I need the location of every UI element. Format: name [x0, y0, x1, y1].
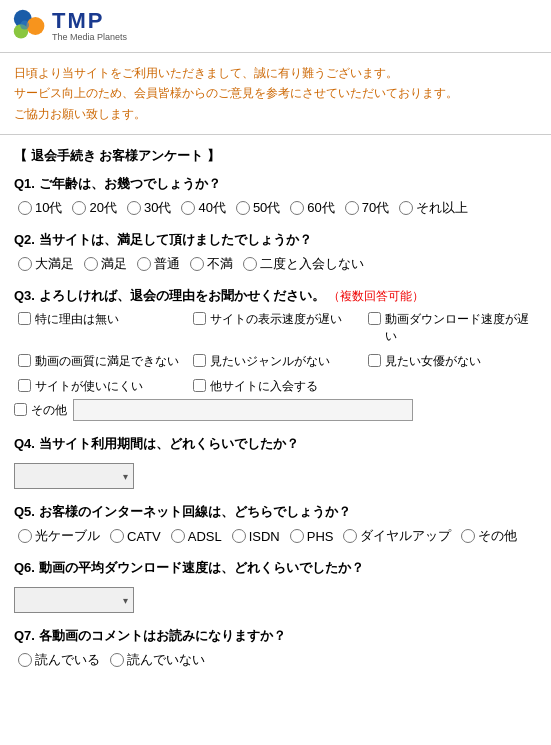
q3-option-7[interactable]: 他サイトに入会する — [193, 378, 362, 395]
q3-check-other[interactable] — [14, 403, 27, 416]
q5-option-3[interactable]: ISDN — [232, 529, 280, 544]
q5-label: Q5. お客様のインターネット回線は、どちらでしょうか？ — [14, 503, 537, 521]
svg-point-2 — [26, 17, 44, 35]
q5-radio-0[interactable] — [18, 529, 32, 543]
q5-option-5[interactable]: ダイヤルアップ — [343, 527, 451, 545]
q2-radio-3[interactable] — [190, 257, 204, 271]
logo: TMP The Media Planets — [12, 8, 127, 44]
q1-option-6[interactable]: 70代 — [345, 199, 389, 217]
q5-radio-4[interactable] — [290, 529, 304, 543]
survey-title: 【 退会手続き お客様アンケート 】 — [14, 147, 537, 165]
q1-radio-2[interactable] — [127, 201, 141, 215]
q7-option-1[interactable]: 読んでいない — [110, 651, 205, 669]
q3-check-0[interactable] — [18, 312, 31, 325]
header: TMP The Media Planets — [0, 0, 551, 53]
q5-option-4[interactable]: PHS — [290, 529, 334, 544]
q1-label: Q1. ご年齢は、お幾つでしょうか？ — [14, 175, 537, 193]
q2-radio-0[interactable] — [18, 257, 32, 271]
q4-dropdown-wrapper: 1ヶ月未満 1〜3ヶ月 3〜6ヶ月 6ヶ月〜1年 1年以上 ▾ — [14, 463, 134, 489]
q1-radio-1[interactable] — [72, 201, 86, 215]
q7-radio-1[interactable] — [110, 653, 124, 667]
q5-radio-2[interactable] — [171, 529, 185, 543]
intro-line1: 日頃より当サイトをご利用いただきまして、誠に有り難うございます。 — [14, 63, 537, 83]
question-q7: Q7. 各動画のコメントはお読みになりますか？ 読んでいる 読んでいない — [14, 627, 537, 669]
q3-option-3[interactable]: 動画の画質に満足できない — [18, 353, 187, 370]
q1-options: 10代 20代 30代 40代 50代 60代 70代 それ以上 — [14, 199, 537, 217]
intro-text: 日頃より当サイトをご利用いただきまして、誠に有り難うございます。 サービス向上の… — [0, 53, 551, 130]
svg-point-3 — [20, 21, 29, 30]
question-q2: Q2. 当サイトは、満足して頂けましたでしょうか？ 大満足 満足 普通 不満 二… — [14, 231, 537, 273]
q5-radio-1[interactable] — [110, 529, 124, 543]
q1-option-5[interactable]: 60代 — [290, 199, 334, 217]
q4-select[interactable]: 1ヶ月未満 1〜3ヶ月 3〜6ヶ月 6ヶ月〜1年 1年以上 — [14, 463, 134, 489]
question-q4: Q4. 当サイト利用期間は、どれくらいでしたか？ 1ヶ月未満 1〜3ヶ月 3〜6… — [14, 435, 537, 489]
q2-radio-1[interactable] — [84, 257, 98, 271]
q1-option-2[interactable]: 30代 — [127, 199, 171, 217]
q2-option-0[interactable]: 大満足 — [18, 255, 74, 273]
q1-radio-4[interactable] — [236, 201, 250, 215]
survey-content: 【 退会手続き お客様アンケート 】 Q1. ご年齢は、お幾つでしょうか？ 10… — [0, 143, 551, 697]
q3-label: Q3. よろしければ、退会の理由をお聞かせください。 （複数回答可能） — [14, 287, 537, 305]
q7-label: Q7. 各動画のコメントはお読みになりますか？ — [14, 627, 537, 645]
q1-radio-3[interactable] — [181, 201, 195, 215]
q2-label: Q2. 当サイトは、満足して頂けましたでしょうか？ — [14, 231, 537, 249]
logo-icon — [12, 8, 48, 44]
question-q6: Q6. 動画の平均ダウンロード速度は、どれくらいでしたか？ 1Mbps未満 1〜… — [14, 559, 537, 613]
q3-other-row: その他 — [14, 399, 537, 421]
q3-check-4[interactable] — [193, 354, 206, 367]
q1-option-3[interactable]: 40代 — [181, 199, 225, 217]
logo-text: TMP The Media Planets — [52, 10, 127, 42]
question-q5: Q5. お客様のインターネット回線は、どちらでしょうか？ 光ケーブル CATV … — [14, 503, 537, 545]
q1-option-4[interactable]: 50代 — [236, 199, 280, 217]
question-q1: Q1. ご年齢は、お幾つでしょうか？ 10代 20代 30代 40代 50代 6… — [14, 175, 537, 217]
q1-radio-5[interactable] — [290, 201, 304, 215]
q6-select[interactable]: 1Mbps未満 1〜3Mbps 3〜10Mbps 10Mbps以上 — [14, 587, 134, 613]
q5-option-1[interactable]: CATV — [110, 529, 161, 544]
q3-option-6[interactable]: サイトが使いにくい — [18, 378, 187, 395]
intro-line2: サービス向上のため、会員皆様からのご意見を参考にさせていただいております。 — [14, 83, 537, 103]
q5-radio-5[interactable] — [343, 529, 357, 543]
q3-option-2[interactable]: 動画ダウンロード速度が遅い — [368, 311, 537, 345]
q6-dropdown-wrapper: 1Mbps未満 1〜3Mbps 3〜10Mbps 10Mbps以上 ▾ — [14, 587, 134, 613]
q2-option-4[interactable]: 二度と入会しない — [243, 255, 364, 273]
q5-option-0[interactable]: 光ケーブル — [18, 527, 100, 545]
q3-option-1[interactable]: サイトの表示速度が遅い — [193, 311, 362, 345]
q3-option-4[interactable]: 見たいジャンルがない — [193, 353, 362, 370]
q2-radio-4[interactable] — [243, 257, 257, 271]
q7-option-0[interactable]: 読んでいる — [18, 651, 100, 669]
q2-option-3[interactable]: 不満 — [190, 255, 233, 273]
intro-line3: ご協力お願い致します。 — [14, 104, 537, 124]
question-q3: Q3. よろしければ、退会の理由をお聞かせください。 （複数回答可能） 特に理由… — [14, 287, 537, 421]
q7-options: 読んでいる 読んでいない — [14, 651, 537, 669]
q1-radio-7[interactable] — [399, 201, 413, 215]
q1-option-0[interactable]: 10代 — [18, 199, 62, 217]
q3-option-0[interactable]: 特に理由は無い — [18, 311, 187, 345]
q2-option-2[interactable]: 普通 — [137, 255, 180, 273]
q2-options: 大満足 満足 普通 不満 二度と入会しない — [14, 255, 537, 273]
q3-option-5[interactable]: 見たい女優がない — [368, 353, 537, 370]
q5-option-6[interactable]: その他 — [461, 527, 517, 545]
q5-radio-3[interactable] — [232, 529, 246, 543]
q4-label: Q4. 当サイト利用期間は、どれくらいでしたか？ — [14, 435, 537, 453]
q3-other-input[interactable] — [73, 399, 413, 421]
q2-option-1[interactable]: 満足 — [84, 255, 127, 273]
q5-radio-6[interactable] — [461, 529, 475, 543]
q5-option-2[interactable]: ADSL — [171, 529, 222, 544]
q3-check-7[interactable] — [193, 379, 206, 392]
q3-check-1[interactable] — [193, 312, 206, 325]
q3-check-3[interactable] — [18, 354, 31, 367]
q1-option-7[interactable]: それ以上 — [399, 199, 468, 217]
logo-tmp-label: TMP — [52, 10, 127, 32]
q2-radio-2[interactable] — [137, 257, 151, 271]
q3-check-5[interactable] — [368, 354, 381, 367]
q1-radio-6[interactable] — [345, 201, 359, 215]
q3-check-2[interactable] — [368, 312, 381, 325]
q1-radio-0[interactable] — [18, 201, 32, 215]
q1-option-1[interactable]: 20代 — [72, 199, 116, 217]
q3-check-6[interactable] — [18, 379, 31, 392]
q3-option-other[interactable]: その他 — [14, 402, 67, 419]
q3-options: 特に理由は無い サイトの表示速度が遅い 動画ダウンロード速度が遅い 動画の画質に… — [14, 311, 537, 395]
q5-options: 光ケーブル CATV ADSL ISDN PHS ダイヤルアップ その他 — [14, 527, 537, 545]
logo-sub-label: The Media Planets — [52, 32, 127, 42]
q7-radio-0[interactable] — [18, 653, 32, 667]
